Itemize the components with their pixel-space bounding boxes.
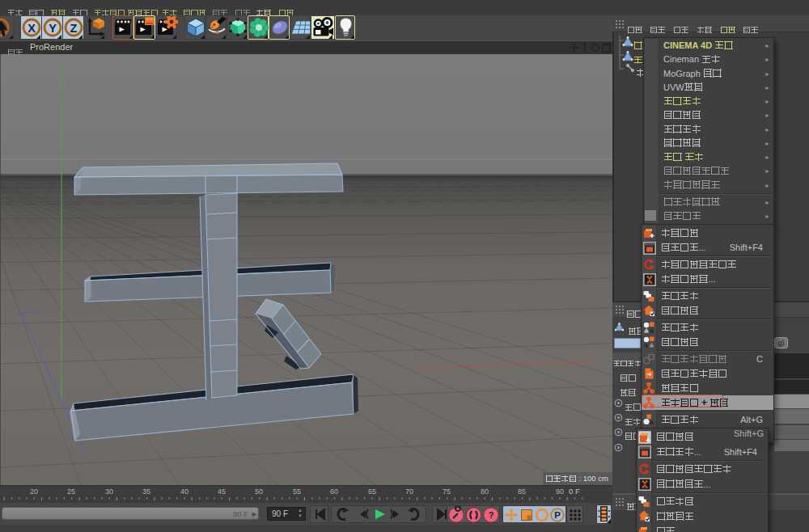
svg-text:?: ?	[489, 510, 494, 520]
svg-text:Z: Z	[70, 22, 78, 35]
svg-text:Y: Y	[49, 22, 57, 35]
svg-text:X: X	[28, 22, 36, 35]
svg-text:P: P	[554, 510, 561, 520]
